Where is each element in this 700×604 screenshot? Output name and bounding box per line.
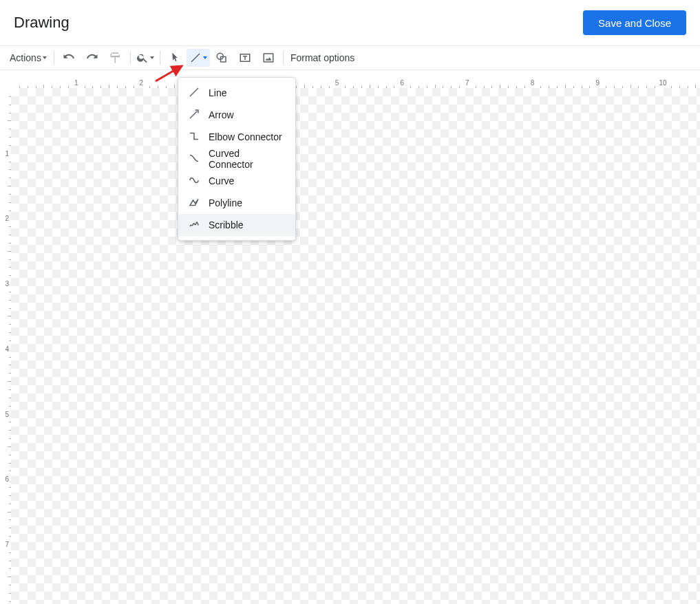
redo-button[interactable]: [81, 49, 104, 67]
format-options-button[interactable]: Format options: [286, 49, 359, 67]
cursor-icon: [169, 52, 181, 64]
drawing-canvas[interactable]: [11, 88, 700, 604]
toolbar-separator: [130, 51, 131, 65]
menu-item-label: Scribble: [209, 219, 244, 230]
line-icon: [189, 52, 202, 64]
toolbar-separator: [160, 51, 160, 65]
text-box-button[interactable]: [233, 49, 257, 67]
curve-icon: [188, 174, 200, 188]
zoom-button[interactable]: [134, 49, 157, 67]
undo-button[interactable]: [57, 49, 81, 67]
arrow-icon: [188, 108, 200, 122]
elbow-icon: [188, 130, 200, 144]
line-tool-button[interactable]: [187, 49, 210, 67]
actions-menu-label: Actions: [10, 52, 41, 63]
chevron-down-icon: [203, 56, 207, 59]
menu-item-label: Curved Connector: [209, 148, 286, 170]
menu-item-scribble[interactable]: Scribble: [178, 214, 295, 236]
image-button[interactable]: [257, 49, 280, 67]
svg-line-4: [190, 88, 198, 96]
menu-item-polyline[interactable]: Polyline: [178, 192, 295, 214]
shape-icon: [215, 52, 228, 64]
menu-item-arrow[interactable]: Arrow: [178, 104, 295, 126]
menu-item-label: Elbow Connector: [209, 131, 282, 142]
shape-tool-button[interactable]: [210, 49, 233, 67]
undo-icon: [63, 52, 75, 64]
svg-rect-3: [264, 54, 273, 62]
chevron-down-icon: [150, 56, 154, 59]
menu-item-label: Curve: [209, 175, 234, 186]
svg-line-5: [190, 111, 198, 118]
image-icon: [262, 52, 275, 64]
menu-item-label: Line: [209, 87, 226, 98]
menu-item-elbow[interactable]: Elbow Connector: [178, 126, 295, 148]
menu-item-label: Arrow: [209, 109, 234, 120]
toolbar-separator: [283, 51, 284, 65]
text-box-icon: [239, 52, 251, 64]
polyline-icon: [188, 196, 200, 211]
format-options-label: Format options: [290, 52, 354, 63]
menu-item-label: Polyline: [209, 197, 242, 208]
paint-format-button[interactable]: [104, 49, 127, 67]
horizontal-ruler: 12345678910: [0, 77, 700, 89]
select-tool-button[interactable]: [163, 49, 187, 67]
actions-menu-button[interactable]: Actions: [6, 49, 51, 67]
menu-item-curve[interactable]: Curve: [178, 170, 295, 192]
dialog-title: Drawing: [14, 14, 70, 32]
menu-item-line[interactable]: Line: [178, 82, 295, 104]
vertical-ruler: 1234567: [0, 88, 12, 604]
dialog-header: Drawing Save and Close: [0, 0, 700, 45]
zoom-icon: [136, 52, 149, 64]
scribble-icon: [188, 218, 200, 233]
line-icon: [188, 86, 200, 100]
chevron-down-icon: [43, 56, 47, 59]
line-tool-dropdown: LineArrowElbow ConnectorCurved Connector…: [178, 77, 296, 241]
toolbar: Actions Format options: [0, 45, 700, 70]
paint-roller-icon: [109, 52, 122, 64]
menu-item-curved[interactable]: Curved Connector: [178, 148, 295, 170]
redo-icon: [86, 52, 98, 64]
toolbar-separator: [54, 51, 54, 65]
curved-icon: [188, 152, 200, 166]
save-and-close-button[interactable]: Save and Close: [583, 10, 686, 35]
